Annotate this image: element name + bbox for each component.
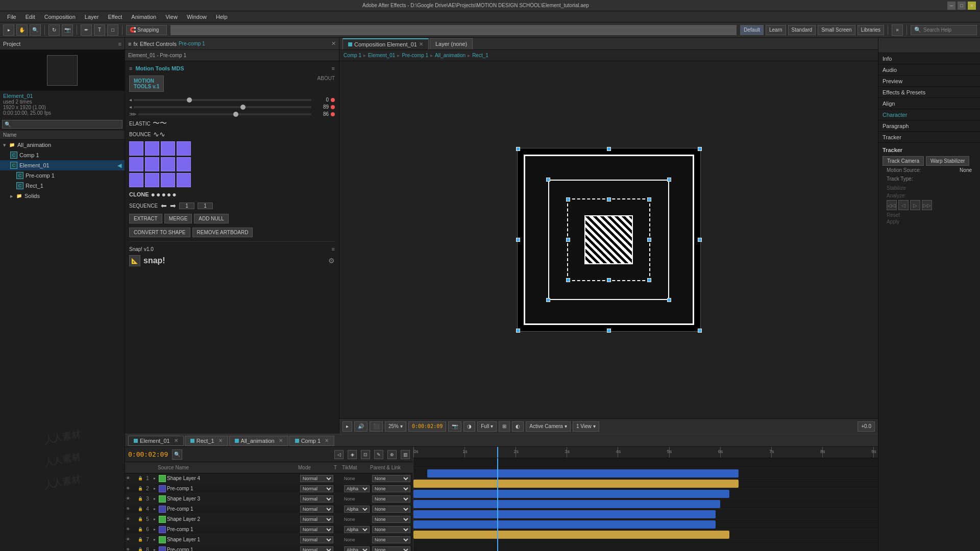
layer-audio-btn[interactable] bbox=[131, 486, 137, 492]
menu-window[interactable]: Window bbox=[183, 13, 211, 21]
comp-view[interactable]: 1 View ▾ bbox=[573, 421, 599, 432]
project-panel-menu[interactable]: ≡ bbox=[118, 41, 121, 47]
grid-btn-8[interactable] bbox=[177, 157, 191, 171]
layer-audio-btn[interactable] bbox=[131, 537, 137, 543]
grid-btn-4[interactable] bbox=[177, 141, 191, 156]
comp-audio[interactable]: 🔊 bbox=[354, 421, 368, 432]
comp-motion-blur[interactable]: ◐ bbox=[512, 421, 524, 432]
track-bar-2[interactable] bbox=[427, 469, 739, 478]
layer-expand-btn[interactable]: ▸ bbox=[152, 516, 158, 522]
parent-select[interactable]: None bbox=[372, 526, 410, 533]
breadcrumb-rect1[interactable]: Rect_1 bbox=[472, 53, 488, 58]
project-search-input[interactable] bbox=[2, 120, 122, 129]
menu-edit[interactable]: Edit bbox=[21, 13, 39, 21]
sel-handle-lc[interactable] bbox=[566, 238, 570, 242]
seq-icon-left[interactable]: ⬅ bbox=[161, 202, 167, 210]
layer-name[interactable]: Pre-comp 1 bbox=[167, 486, 300, 491]
slider-left-arrow-3[interactable]: ⋙ bbox=[129, 111, 136, 117]
layer-audio-btn[interactable] bbox=[131, 475, 137, 482]
track-bar-8[interactable] bbox=[413, 531, 729, 539]
layer-expand-btn[interactable]: ▸ bbox=[152, 547, 158, 552]
menu-layer[interactable]: Layer bbox=[81, 13, 103, 21]
composition-canvas[interactable] bbox=[517, 148, 701, 332]
layer-name[interactable]: Pre-comp 1 bbox=[167, 547, 300, 551]
layer-mode-select[interactable]: Normal bbox=[300, 516, 333, 523]
layer-expand-btn[interactable]: ▸ bbox=[152, 537, 158, 543]
hand-tool[interactable]: ✋ bbox=[16, 24, 28, 36]
panel-menu-dots[interactable]: ≡ bbox=[332, 65, 335, 71]
panel-tracker[interactable]: Tracker bbox=[878, 132, 980, 143]
remove-artboard-button[interactable]: REMOVE ARTBOARD bbox=[192, 228, 253, 237]
canvas-sel-br[interactable] bbox=[698, 329, 702, 333]
parent-select[interactable]: None bbox=[372, 495, 410, 503]
tl-tool-2[interactable]: ◈ bbox=[348, 450, 357, 459]
about-button[interactable]: ABOUT bbox=[317, 76, 335, 81]
snap-menu-icon[interactable]: ≡ bbox=[332, 246, 335, 252]
panel-audio[interactable]: Audio bbox=[878, 64, 980, 76]
comp-zoom[interactable]: 25% ▾ bbox=[385, 421, 406, 432]
layer-expand-btn[interactable]: ▸ bbox=[152, 475, 158, 482]
grid-btn-1[interactable] bbox=[129, 141, 143, 156]
extract-button[interactable]: EXTRACT bbox=[129, 214, 162, 223]
elastic-wave-icon[interactable]: 〜〜 bbox=[153, 119, 167, 128]
mid-sel-bl[interactable] bbox=[546, 298, 550, 302]
timeline-tab-element01[interactable]: Element_01 ✕ bbox=[128, 436, 184, 446]
layer-mode[interactable]: Normal bbox=[300, 526, 336, 533]
tl-tool-4[interactable]: ✎ bbox=[374, 450, 383, 459]
comp-frame-controls[interactable]: ⬛ bbox=[370, 421, 383, 432]
minimize-button[interactable]: ─ bbox=[947, 2, 955, 10]
mid-sel-br[interactable] bbox=[667, 298, 671, 302]
convert-to-shape-button[interactable]: CONVERT TO SHAPE bbox=[129, 228, 190, 237]
slider-track[interactable] bbox=[138, 113, 311, 115]
layer-expand-btn[interactable]: ▸ bbox=[152, 527, 158, 533]
mid-sel-tr[interactable] bbox=[667, 178, 671, 182]
grid-btn-12[interactable] bbox=[177, 173, 191, 187]
seq-icon-right[interactable]: ➡ bbox=[170, 202, 176, 210]
comp-quality[interactable]: Full ▾ bbox=[477, 421, 497, 432]
layer-name[interactable]: Pre-comp 1 bbox=[167, 527, 300, 532]
layer-lock-btn[interactable]: 🔒 bbox=[137, 496, 143, 502]
snapping-toggle[interactable]: 🧲 Snapping bbox=[126, 25, 167, 35]
pen-tool[interactable]: ✒ bbox=[81, 24, 92, 36]
track-bar-6[interactable] bbox=[413, 510, 716, 518]
layer-lock-btn[interactable]: 🔒 bbox=[137, 506, 143, 512]
canvas-sel-lc[interactable] bbox=[516, 238, 520, 242]
track-bar-3[interactable] bbox=[413, 480, 739, 488]
layer-audio-btn[interactable] bbox=[131, 496, 137, 502]
panel-align[interactable]: Align bbox=[878, 98, 980, 109]
breadcrumb-element01[interactable]: Element_01 bbox=[368, 53, 395, 58]
layer-parent[interactable]: None bbox=[372, 495, 413, 503]
comp-tab-layer[interactable]: Layer (none) bbox=[430, 38, 473, 49]
snap-settings-icon[interactable]: ⚙ bbox=[328, 257, 335, 265]
panel-menu-icon[interactable]: ≡ bbox=[129, 65, 132, 71]
sel-handle-bc[interactable] bbox=[607, 278, 611, 282]
slider-left-arrow[interactable]: ◂ bbox=[129, 97, 132, 103]
tl-tool-3[interactable]: ⊡ bbox=[361, 450, 370, 459]
comp-tab-close[interactable]: ✕ bbox=[419, 41, 423, 47]
tikmat-none[interactable]: None bbox=[344, 496, 355, 502]
layer-audio-btn[interactable] bbox=[131, 516, 137, 522]
layer-mode-select[interactable]: Normal bbox=[300, 536, 333, 543]
track-area[interactable] bbox=[413, 458, 878, 551]
layer-audio-btn[interactable] bbox=[131, 527, 137, 533]
tikmat-select[interactable]: Alpha bbox=[344, 506, 370, 513]
layer-mode[interactable]: Normal bbox=[300, 546, 336, 552]
seq-input-1[interactable] bbox=[179, 203, 194, 209]
parent-select[interactable]: None bbox=[372, 546, 410, 552]
canvas-sel-bl[interactable] bbox=[516, 329, 520, 333]
slider-left-arrow[interactable]: ◂ bbox=[129, 104, 132, 110]
layer-parent[interactable]: None bbox=[372, 485, 413, 492]
layer-parent[interactable]: None bbox=[372, 546, 413, 552]
tikmat-none[interactable]: None bbox=[344, 537, 355, 542]
tab-close[interactable]: ✕ bbox=[174, 438, 178, 443]
layer-mode-select[interactable]: Normal bbox=[300, 495, 333, 503]
project-item-solids[interactable]: ▸ 📁 Solids bbox=[0, 191, 125, 201]
breadcrumb-allanimation[interactable]: All_animation bbox=[435, 53, 465, 58]
panel-preview[interactable]: Preview bbox=[878, 76, 980, 87]
timeline-tab-comp1[interactable]: Comp 1 ✕ bbox=[289, 436, 335, 446]
tl-tool-5[interactable]: ⊕ bbox=[387, 450, 397, 459]
stripe-box[interactable] bbox=[584, 215, 633, 264]
grid-btn-10[interactable] bbox=[145, 173, 159, 187]
analyze-fwd-one-btn[interactable]: ▷ bbox=[910, 200, 920, 210]
zoom-tool[interactable]: 🔍 bbox=[30, 24, 41, 36]
